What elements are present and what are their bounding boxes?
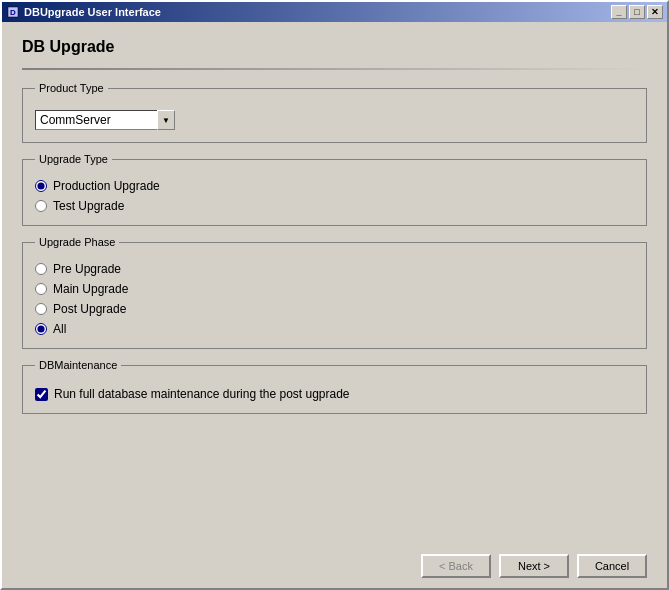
main-upgrade-radio[interactable] (35, 283, 47, 295)
upgrade-phase-radio-group: Pre Upgrade Main Upgrade Post Upgrade Al… (35, 262, 634, 336)
close-button[interactable]: ✕ (647, 5, 663, 19)
post-upgrade-radio-item[interactable]: Post Upgrade (35, 302, 634, 316)
back-button[interactable]: < Back (421, 554, 491, 578)
cancel-button[interactable]: Cancel (577, 554, 647, 578)
production-upgrade-radio-item[interactable]: Production Upgrade (35, 179, 634, 193)
title-bar: D DBUpgrade User Interface _ □ ✕ (2, 2, 667, 22)
window-controls: _ □ ✕ (611, 5, 663, 19)
content-area: DB Upgrade Product Type CommServer ▼ Upg… (2, 22, 667, 546)
main-upgrade-radio-item[interactable]: Main Upgrade (35, 282, 634, 296)
post-upgrade-label: Post Upgrade (53, 302, 126, 316)
product-type-select[interactable]: CommServer (35, 110, 175, 130)
all-upgrade-label: All (53, 322, 66, 336)
test-upgrade-radio[interactable] (35, 200, 47, 212)
all-upgrade-radio[interactable] (35, 323, 47, 335)
test-upgrade-radio-item[interactable]: Test Upgrade (35, 199, 634, 213)
db-maintenance-checkbox-item[interactable]: Run full database maintenance during the… (35, 387, 634, 401)
production-upgrade-radio[interactable] (35, 180, 47, 192)
upgrade-phase-legend: Upgrade Phase (35, 236, 119, 248)
test-upgrade-label: Test Upgrade (53, 199, 124, 213)
db-maintenance-checkbox[interactable] (35, 388, 48, 401)
db-maintenance-section: DBMaintenance Run full database maintena… (22, 359, 647, 414)
db-maintenance-legend: DBMaintenance (35, 359, 121, 371)
all-upgrade-radio-item[interactable]: All (35, 322, 634, 336)
product-type-select-wrapper: CommServer ▼ (35, 110, 175, 130)
upgrade-phase-section: Upgrade Phase Pre Upgrade Main Upgrade P… (22, 236, 647, 349)
svg-text:D: D (10, 8, 16, 17)
main-content: Product Type CommServer ▼ Upgrade Type P… (22, 82, 647, 534)
main-upgrade-label: Main Upgrade (53, 282, 128, 296)
minimize-button[interactable]: _ (611, 5, 627, 19)
product-type-legend: Product Type (35, 82, 108, 94)
production-upgrade-label: Production Upgrade (53, 179, 160, 193)
pre-upgrade-radio[interactable] (35, 263, 47, 275)
pre-upgrade-radio-item[interactable]: Pre Upgrade (35, 262, 634, 276)
bottom-bar: < Back Next > Cancel (2, 546, 667, 588)
upgrade-type-legend: Upgrade Type (35, 153, 112, 165)
window-title: DBUpgrade User Interface (24, 6, 611, 18)
post-upgrade-radio[interactable] (35, 303, 47, 315)
main-window: D DBUpgrade User Interface _ □ ✕ DB Upgr… (0, 0, 669, 590)
pre-upgrade-label: Pre Upgrade (53, 262, 121, 276)
maximize-button[interactable]: □ (629, 5, 645, 19)
db-maintenance-label: Run full database maintenance during the… (54, 387, 350, 401)
separator (22, 68, 647, 70)
upgrade-type-radio-group: Production Upgrade Test Upgrade (35, 179, 634, 213)
upgrade-type-section: Upgrade Type Production Upgrade Test Upg… (22, 153, 647, 226)
page-title: DB Upgrade (22, 38, 647, 56)
product-type-section: Product Type CommServer ▼ (22, 82, 647, 143)
next-button[interactable]: Next > (499, 554, 569, 578)
window-icon: D (6, 5, 20, 19)
